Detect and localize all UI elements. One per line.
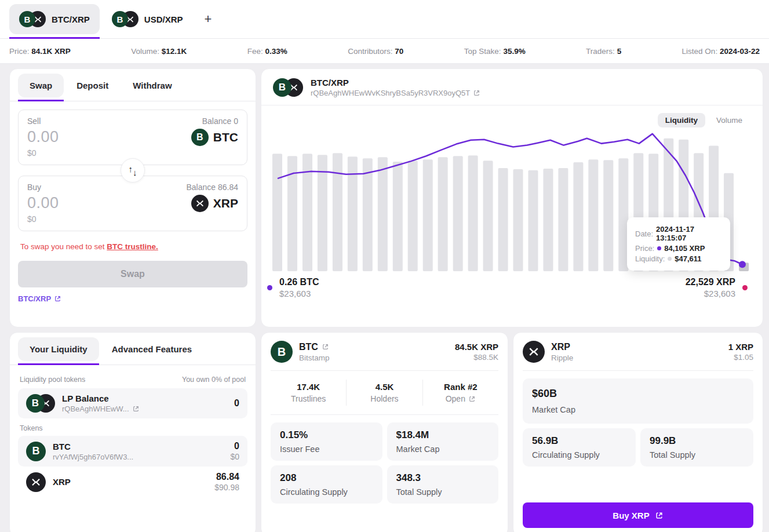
token-fiat: $90.98 [214,483,239,492]
token-symbol: XRP [551,342,570,352]
buy-balance: Balance 86.84 [186,183,238,192]
swap-direction-button[interactable]: ↑↓ [121,158,145,183]
btc-icon: B [271,341,293,363]
stat-traders: Traders: 5 [586,47,621,56]
tile-market-cap: $60B Market Cap [523,378,753,424]
sell-token-symbol: BTC [213,130,238,144]
buy-xrp-button[interactable]: Buy XRP [523,502,753,528]
toggle-liquidity[interactable]: Liquidity [658,113,705,127]
xrp-token-card: XRP Ripple 1 XRP $1.05 $60B Market Cap 5… [513,332,763,532]
external-link-icon[interactable] [322,343,329,351]
pool-chart-panel: B BTC/XRP rQBeAghWHEwWvKShryBSa5yR3VRX9o… [261,68,763,327]
token-symbol: BTC [53,442,133,451]
token-price: 1 XRP [728,342,753,352]
trustline-link[interactable]: BTC trustline. [107,242,158,251]
btc-xrp-pair-icon: B [26,394,55,413]
chart-tooltip: Date:2024-11-17 13:15:07 Price:84,105 XR… [627,217,730,271]
tab-deposit[interactable]: Deposit [65,74,120,97]
pink-dot-icon [742,285,748,290]
tooltip-date: 2024-11-17 13:15:07 [656,225,722,242]
liquidity-dot-icon [668,257,672,261]
external-link-icon[interactable] [473,89,480,97]
swap-button[interactable]: Swap [18,261,247,287]
pool-reserve-left: 0.26 BTC $23,603 [267,277,319,298]
stat-price: Price: 84.1K XRP [9,47,71,56]
chart-mode-toggle: Liquidity Volume [261,105,763,129]
tab-advanced-features[interactable]: Advanced Features [100,337,203,361]
usd-xrp-pair-icon: B [112,11,139,27]
stat-contributors: Contributors: 70 [348,47,403,56]
pool-stats-bar: Price: 84.1K XRP Volume: $12.1K Fee: 0.3… [0,39,769,64]
token-row-xrp: XRP 86.84 $90.98 [18,467,247,497]
token-balance: 0 [230,441,239,451]
tab-usd-xrp[interactable]: B USD/XRP [102,4,193,34]
add-pair-button[interactable]: + [195,6,221,32]
buy-token-selector[interactable]: XRP [191,195,238,212]
tile-total-supply: 348.3 Total Supply [387,465,499,504]
xrp-icon [26,472,46,492]
xrp-icon [191,195,209,212]
buy-amount-input[interactable]: 0.00 [27,194,59,212]
tile-circulating-supply: 56.9B Circulating Supply [523,428,636,467]
tab-btc-xrp[interactable]: B BTC/XRP [9,4,100,34]
token-balance: 86.84 [214,472,239,482]
sell-amount-input[interactable]: 0.00 [27,128,59,146]
stat-rank: Rank #2 Open [422,380,498,406]
token-issuer: Ripple [551,354,573,362]
buy-box: Buy Balance 86.84 0.00 XRP $0 [18,176,247,231]
swap-tabs: Swap Deposit Withdraw [10,69,256,101]
tab-label: BTC/XRP [52,14,90,24]
stat-top-stake: Top Stake: 35.9% [464,47,526,56]
pool-tokens-label: Liquidity pool tokens [20,376,85,384]
pool-reserve-right: 22,529 XRP $23,603 [686,277,748,298]
external-link-icon [54,295,61,303]
token-issuer: Bitstamp [299,354,330,362]
reserve-xrp-fiat: $23,603 [686,289,735,298]
sell-box: Sell Balance 0 0.00 B BTC $0 [18,110,247,165]
tab-withdraw[interactable]: Withdraw [121,74,183,97]
external-link-icon[interactable] [132,405,140,413]
buy-fiat-value: $0 [27,214,238,224]
stat-listed-on: Listed On: 2024-03-22 [682,47,760,56]
arrow-down-icon: ↓ [133,167,137,177]
token-symbol: BTC [299,342,318,352]
price-dot-icon [657,246,661,250]
swap-panel: Swap Deposit Withdraw Sell Balance 0 0.0… [9,68,256,327]
pool-ownership-label: You own 0% of pool [182,376,246,384]
lp-address: rQBeAghWHEwW... [62,405,140,413]
trustline-warning: To swap you need to set BTC trustline. [20,242,245,251]
lp-balance-label: LP Balance [62,393,140,403]
your-liquidity-panel: Your Liquidity Advanced Features Liquidi… [9,332,256,532]
btc-icon: B [26,442,46,461]
tab-your-liquidity[interactable]: Your Liquidity [18,337,99,361]
tile-issuer-fee: 0.15% Issuer Fee [271,422,382,461]
stat-holders: 4.5K Holders [346,380,422,406]
reserve-btc-fiat: $23,603 [279,289,319,298]
btc-xrp-pair-icon: B [19,11,46,27]
stat-volume: Volume: $12.1K [131,47,187,56]
pool-address: rQBeAghWHEwWvKShryBSa5yR3VRX9oyQ5T [311,89,480,97]
pair-tab-bar: B BTC/XRP B USD/XRP + [0,0,769,39]
tooltip-price: 84,105 XRP [664,244,705,253]
pair-external-link[interactable]: BTC/XRP [18,294,61,303]
external-link-icon [655,511,664,520]
external-link-icon [468,395,476,403]
toggle-volume[interactable]: Volume [709,113,750,127]
token-fiat: $0 [230,452,239,461]
tile-market-cap: $18.4M Market Cap [387,422,499,461]
token-symbol: XRP [53,477,71,487]
sell-token-selector[interactable]: B BTC [191,129,238,146]
token-row-btc: B BTC rvYAfWj5gh67oV6fW3... 0 $0 [18,436,247,467]
xrp-icon [523,341,545,363]
btc-icon: B [191,129,209,146]
tab-swap[interactable]: Swap [18,74,64,97]
rank-open-link[interactable]: Open [423,394,498,403]
tooltip-liquidity: $47,611 [675,254,701,263]
sell-label: Sell [27,116,41,126]
stat-trustlines: 17.4K Trustlines [271,380,346,406]
token-price-fiat: $88.5K [455,353,498,362]
lp-balance-value: 0 [234,398,239,409]
buy-label: Buy [27,183,41,192]
token-price-fiat: $1.05 [728,353,753,362]
reserve-btc-amount: 0.26 BTC [279,277,319,287]
